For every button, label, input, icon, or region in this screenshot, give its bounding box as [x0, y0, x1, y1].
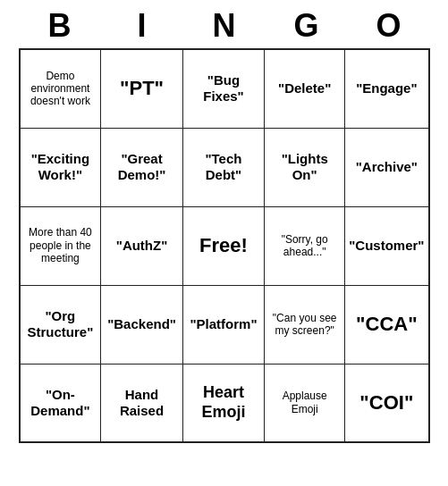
cell-r2-c0: More than 40 people in the meeting [20, 206, 101, 285]
cell-r0-c0: Demo environment doesn't work [20, 49, 101, 128]
cell-r2-c3: "Sorry, go ahead..." [265, 206, 345, 285]
cell-r0-c1: "PT" [101, 49, 182, 128]
cell-r4-c4: "COI" [345, 364, 429, 442]
cell-r3-c1: "Backend" [101, 285, 182, 364]
cell-r3-c2: "Platform" [182, 285, 264, 364]
cell-r2-c1: "AuthZ" [101, 206, 182, 285]
cell-r0-c4: "Engage" [345, 49, 429, 128]
cell-r1-c1: "Great Demo!" [101, 128, 182, 206]
cell-r2-c2: Free! [182, 206, 264, 285]
letter-o: O [350, 7, 428, 45]
cell-r4-c0: "On-Demand" [20, 364, 101, 442]
letter-i: I [103, 7, 182, 45]
bingo-grid: Demo environment doesn't work"PT""Bug Fi… [19, 48, 430, 443]
cell-r4-c1: Hand Raised [101, 364, 182, 442]
cell-r4-c2: Heart Emoji [182, 364, 264, 442]
letter-g: G [267, 7, 346, 45]
cell-r1-c2: "Tech Debt" [182, 128, 264, 206]
cell-r3-c0: "Org Structure" [20, 285, 101, 364]
cell-r1-c4: "Archive" [345, 128, 429, 206]
cell-r1-c0: "Exciting Work!" [20, 128, 101, 206]
cell-r0-c2: "Bug Fixes" [182, 49, 264, 128]
cell-r2-c4: "Customer" [345, 206, 429, 285]
cell-r3-c4: "CCA" [345, 285, 429, 364]
bingo-title: B I N G O [19, 0, 430, 48]
cell-r1-c3: "Lights On" [265, 128, 345, 206]
cell-r3-c3: "Can you see my screen?" [265, 285, 345, 364]
cell-r4-c3: Applause Emoji [265, 364, 345, 442]
cell-r0-c3: "Delete" [265, 49, 345, 128]
letter-n: N [185, 7, 264, 45]
letter-b: B [21, 7, 99, 45]
